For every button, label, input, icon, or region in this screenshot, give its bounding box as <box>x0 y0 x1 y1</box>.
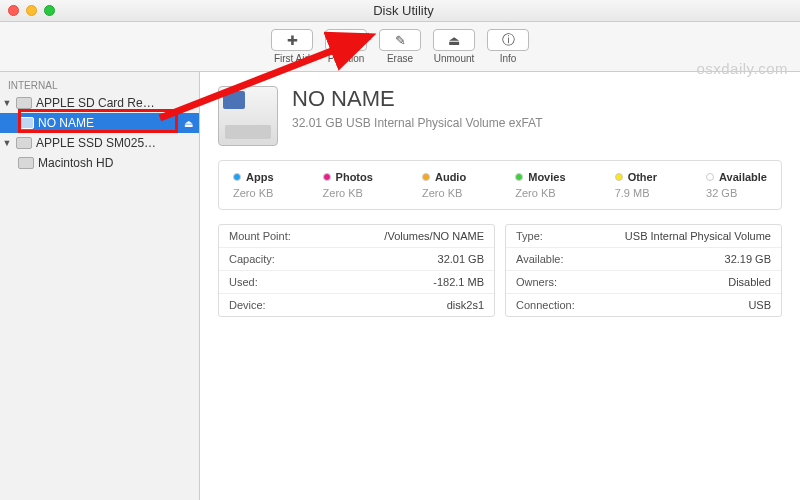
usage-swatch <box>323 173 331 181</box>
detail-value: -182.1 MB <box>433 276 484 288</box>
usage-name: Other <box>628 171 657 183</box>
volume-name: NO NAME <box>292 86 543 112</box>
detail-value: 32.01 GB <box>438 253 484 265</box>
first-aid-icon: ✚ <box>271 29 313 51</box>
usage-category: AudioZero KB <box>422 171 466 199</box>
detail-key: Owners: <box>516 276 557 288</box>
detail-key: Type: <box>516 230 543 242</box>
volume-large-icon <box>218 86 278 146</box>
detail-row: Device:disk2s1 <box>219 294 494 316</box>
detail-key: Connection: <box>516 299 575 311</box>
sidebar-item-label: APPLE SD Card Re… <box>36 96 155 110</box>
disclosure-icon[interactable]: ▼ <box>2 138 12 148</box>
usage-swatch <box>706 173 714 181</box>
annotation-highlight-box <box>18 109 178 133</box>
usage-name: Available <box>719 171 767 183</box>
detail-value: 32.19 GB <box>725 253 771 265</box>
detail-value: disk2s1 <box>447 299 484 311</box>
usage-value: Zero KB <box>515 187 555 199</box>
detail-row: Mount Point:/Volumes/NO NAME <box>219 225 494 248</box>
detail-key: Used: <box>229 276 258 288</box>
detail-value: Disabled <box>728 276 771 288</box>
disk-icon <box>16 137 32 149</box>
usage-name: Audio <box>435 171 466 183</box>
toolbar: ✚ First Aid ◐ Partition ✎ Erase ⏏ Unmoun… <box>0 22 800 72</box>
detail-key: Capacity: <box>229 253 275 265</box>
detail-row: Owners:Disabled <box>506 271 781 294</box>
detail-value: USB <box>748 299 771 311</box>
content-pane: NO NAME 32.01 GB USB Internal Physical V… <box>200 72 800 500</box>
first-aid-button[interactable]: ✚ First Aid <box>266 29 318 64</box>
sidebar-item-label: APPLE SSD SM025… <box>36 136 156 150</box>
usage-name: Apps <box>246 171 274 183</box>
disk-icon <box>16 97 32 109</box>
partition-button[interactable]: ◐ Partition <box>320 29 372 64</box>
sidebar-section-label: Internal <box>0 78 199 93</box>
erase-button[interactable]: ✎ Erase <box>374 29 426 64</box>
titlebar: Disk Utility <box>0 0 800 22</box>
detail-key: Mount Point: <box>229 230 291 242</box>
window-title: Disk Utility <box>15 3 792 18</box>
usage-category: Available32 GB <box>706 171 767 199</box>
partition-icon: ◐ <box>325 29 367 51</box>
watermark: osxdaily.com <box>696 60 788 77</box>
usage-swatch <box>233 173 241 181</box>
erase-icon: ✎ <box>379 29 421 51</box>
sidebar: Internal ▼ APPLE SD Card Re… NO NAME ⏏ ▼… <box>0 72 200 500</box>
details-left: Mount Point:/Volumes/NO NAMECapacity:32.… <box>218 224 495 317</box>
detail-row: Available:32.19 GB <box>506 248 781 271</box>
usage-value: 32 GB <box>706 187 737 199</box>
detail-row: Type:USB Internal Physical Volume <box>506 225 781 248</box>
unmount-button[interactable]: ⏏ Unmount <box>428 29 480 64</box>
usage-swatch <box>515 173 523 181</box>
details-right: Type:USB Internal Physical VolumeAvailab… <box>505 224 782 317</box>
usage-name: Photos <box>336 171 373 183</box>
sidebar-item-macintosh-hd[interactable]: Macintosh HD <box>0 153 199 173</box>
detail-row: Capacity:32.01 GB <box>219 248 494 271</box>
sidebar-item-apple-ssd[interactable]: ▼ APPLE SSD SM025… <box>0 133 199 153</box>
usage-category: MoviesZero KB <box>515 171 565 199</box>
disclosure-icon[interactable]: ▼ <box>2 98 12 108</box>
usage-panel: AppsZero KBPhotosZero KBAudioZero KBMovi… <box>218 160 782 210</box>
info-icon: ⓘ <box>487 29 529 51</box>
usage-name: Movies <box>528 171 565 183</box>
usage-value: Zero KB <box>422 187 462 199</box>
info-button[interactable]: ⓘ Info <box>482 29 534 64</box>
eject-icon[interactable]: ⏏ <box>184 118 193 129</box>
detail-row: Connection:USB <box>506 294 781 316</box>
detail-key: Device: <box>229 299 266 311</box>
detail-value: /Volumes/NO NAME <box>384 230 484 242</box>
unmount-icon: ⏏ <box>433 29 475 51</box>
usage-value: 7.9 MB <box>615 187 650 199</box>
sidebar-item-label: Macintosh HD <box>38 156 113 170</box>
volume-subtitle: 32.01 GB USB Internal Physical Volume ex… <box>292 116 543 130</box>
usage-value: Zero KB <box>323 187 363 199</box>
usage-swatch <box>615 173 623 181</box>
usage-category: PhotosZero KB <box>323 171 373 199</box>
detail-key: Available: <box>516 253 564 265</box>
usage-category: AppsZero KB <box>233 171 274 199</box>
detail-row: Used:-182.1 MB <box>219 271 494 294</box>
detail-value: USB Internal Physical Volume <box>625 230 771 242</box>
volume-icon <box>18 157 34 169</box>
usage-swatch <box>422 173 430 181</box>
usage-category: Other7.9 MB <box>615 171 657 199</box>
usage-value: Zero KB <box>233 187 273 199</box>
